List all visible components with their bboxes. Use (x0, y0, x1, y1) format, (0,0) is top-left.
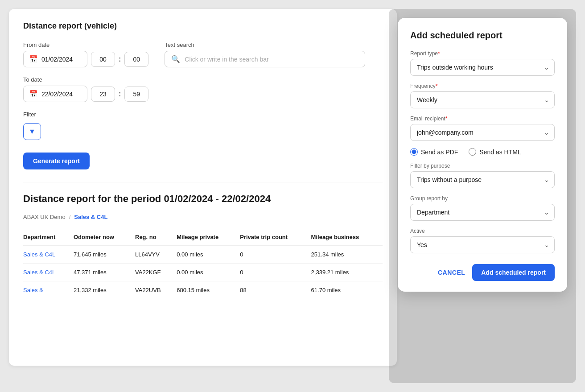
page-title: Distance report (vehicle) (23, 21, 383, 31)
filter-purpose-select[interactable]: Trips without a purpose All purposes Bus… (410, 171, 555, 188)
search-placeholder: Click or write in the search bar (185, 56, 268, 63)
table-cell: 88 (240, 281, 311, 299)
cancel-button[interactable]: CANCEL (438, 269, 465, 276)
from-minute-input[interactable] (124, 52, 148, 67)
send-pdf-label[interactable]: Send as PDF (410, 148, 458, 156)
frequency-field: Frequency* Weekly Daily Monthly ⌄ (410, 83, 555, 108)
from-date-picker[interactable]: 📅 01/02/2024 (23, 51, 87, 67)
report-type-select-wrap: Trips outside working hours Distance rep… (410, 59, 555, 76)
calendar-icon-2: 📅 (29, 90, 38, 98)
table-cell[interactable]: Sales & (23, 281, 74, 299)
group-report-select-wrap: Department Vehicle Driver ⌄ (410, 204, 555, 221)
col-department: Department (23, 229, 74, 245)
send-html-radio[interactable] (469, 148, 476, 156)
to-date-label: To date (23, 76, 148, 83)
table-row: Sales & C4L71,645 milesLL64VYV0.00 miles… (23, 245, 383, 264)
col-trip-count: Private trip count (240, 229, 311, 245)
filter-group: Filter ▼ (23, 111, 383, 140)
to-hour-input[interactable] (91, 87, 115, 102)
frequency-select[interactable]: Weekly Daily Monthly (410, 91, 555, 108)
time-separator: : (119, 55, 121, 63)
modal-card: Add scheduled report Report type* Trips … (398, 18, 567, 292)
filter-label: Filter (23, 111, 383, 118)
send-pdf-text: Send as PDF (421, 149, 458, 156)
col-odometer: Odometer now (74, 229, 135, 245)
active-select[interactable]: Yes No (410, 236, 555, 253)
time-separator-2: : (119, 90, 121, 98)
from-hour-input[interactable] (91, 52, 115, 67)
modal-overlay: Add scheduled report Report type* Trips … (389, 9, 576, 383)
email-select[interactable]: john@company.com (410, 124, 555, 141)
text-search-label: Text search (165, 41, 365, 48)
active-select-wrap: Yes No ⌄ (410, 236, 555, 253)
table-cell: 47,371 miles (74, 264, 135, 281)
active-label: Active (410, 228, 555, 234)
table-cell: 71,645 miles (74, 245, 135, 264)
from-date-inputs: 📅 01/02/2024 : (23, 51, 148, 67)
table-cell: 680.15 miles (177, 281, 240, 299)
table-row: Sales & C4L47,371 milesVA22KGF0.00 miles… (23, 264, 383, 281)
col-mileage-private: Mileage private (177, 229, 240, 245)
table-row: Sales &21,332 milesVA22UVB680.15 miles88… (23, 281, 383, 299)
breadcrumb: ABAX UK Demo / Sales & C4L (23, 214, 383, 220)
report-type-label: Report type* (410, 50, 555, 57)
report-table: Department Odometer now Reg. no Mileage … (23, 229, 383, 299)
send-pdf-radio[interactable] (410, 148, 418, 156)
col-mileage-business: Mileage business (311, 229, 383, 245)
breadcrumb-current[interactable]: Sales & C4L (74, 214, 107, 220)
send-html-text: Send as HTML (479, 149, 521, 156)
report-type-select[interactable]: Trips outside working hours Distance rep… (410, 59, 555, 76)
table-cell: 0 (240, 264, 311, 281)
from-date-row: From date 📅 01/02/2024 : Text search 🔍 C… (23, 41, 383, 67)
from-date-label: From date (23, 41, 148, 48)
search-icon: 🔍 (171, 55, 180, 63)
table-cell: VA22KGF (135, 264, 177, 281)
send-html-label[interactable]: Send as HTML (469, 148, 521, 156)
table-cell: 0.00 miles (177, 264, 240, 281)
filter-button[interactable]: ▼ (23, 123, 41, 140)
filter-purpose-label: Filter by purpose (410, 163, 555, 169)
department-link[interactable]: Sales & C4L (23, 251, 55, 258)
department-link[interactable]: Sales & (23, 287, 43, 293)
add-scheduled-report-button[interactable]: Add scheduled report (472, 264, 555, 281)
frequency-select-wrap: Weekly Daily Monthly ⌄ (410, 91, 555, 108)
text-search-group: Text search 🔍 Click or write in the sear… (165, 41, 365, 67)
filter-purpose-field: Filter by purpose Trips without a purpos… (410, 163, 555, 188)
to-minute-input[interactable] (124, 87, 148, 102)
group-report-select[interactable]: Department Vehicle Driver (410, 204, 555, 221)
generate-report-button[interactable]: Generate report (23, 153, 90, 169)
table-cell: 251.34 miles (311, 245, 383, 264)
table-cell[interactable]: Sales & C4L (23, 245, 74, 264)
send-format-row: Send as PDF Send as HTML (410, 148, 555, 156)
breadcrumb-org: ABAX UK Demo (23, 214, 66, 220)
to-date-picker[interactable]: 📅 22/02/2024 (23, 86, 87, 102)
active-field: Active Yes No ⌄ (410, 228, 555, 253)
table-cell: 0 (240, 245, 311, 264)
email-label: Email recipient* (410, 116, 555, 122)
table-cell: 2,339.21 miles (311, 264, 383, 281)
to-date-group: To date 📅 22/02/2024 : (23, 76, 148, 102)
col-reg: Reg. no (135, 229, 177, 245)
report-type-field: Report type* Trips outside working hours… (410, 50, 555, 76)
table-cell: 21,332 miles (74, 281, 135, 299)
to-date-row: To date 📅 22/02/2024 : (23, 76, 383, 102)
calendar-icon: 📅 (29, 55, 38, 63)
main-panel: Distance report (vehicle) From date 📅 01… (9, 9, 397, 366)
from-date-group: From date 📅 01/02/2024 : (23, 41, 148, 67)
funnel-icon: ▼ (29, 128, 36, 136)
table-header-row: Department Odometer now Reg. no Mileage … (23, 229, 383, 245)
table-cell: LL64VYV (135, 245, 177, 264)
search-input-wrap[interactable]: 🔍 Click or write in the search bar (165, 51, 365, 67)
frequency-label: Frequency* (410, 83, 555, 89)
report-period-title: Distance report for the period 01/02/202… (23, 193, 383, 205)
table-cell: 0.00 miles (177, 245, 240, 264)
table-cell[interactable]: Sales & C4L (23, 264, 74, 281)
modal-title: Add scheduled report (410, 30, 555, 41)
to-date-value: 22/02/2024 (41, 91, 82, 98)
from-date-value: 01/02/2024 (41, 56, 82, 63)
breadcrumb-separator: / (69, 214, 71, 220)
to-date-inputs: 📅 22/02/2024 : (23, 86, 148, 102)
email-select-wrap: john@company.com ⌄ (410, 124, 555, 141)
group-report-field: Group report by Department Vehicle Drive… (410, 195, 555, 221)
department-link[interactable]: Sales & C4L (23, 269, 55, 276)
